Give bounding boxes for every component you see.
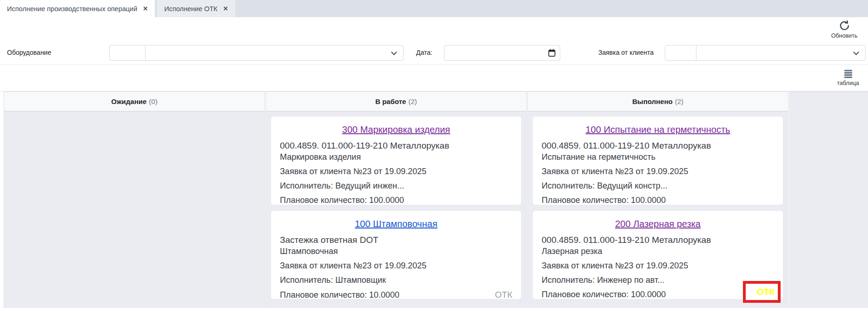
operation-card[interactable]: 200 Лазерная резка000.4859. 011.000-119-… [532,210,783,300]
column-title: Ожидание [111,98,146,105]
operation-link[interactable]: 100 Штамповочная [355,219,437,229]
card-operation: Маркировка изделия [280,152,512,162]
client-request-select[interactable] [696,46,865,60]
card-planned-quantity: Плановое количество: 100.0000 [542,290,666,300]
tab-label: Исполнение ОТК [164,5,218,13]
card-quantity-row: Плановое количество: 10.0000ОТК [280,290,512,300]
tab-production-operations[interactable]: Исполнение производственных операций ✕ [0,0,155,17]
card-client-request: Заявка от клиента №23 от 19.09.2025 [280,261,512,271]
column-body: 100 Испытание на герметичность000.4859. … [528,111,788,308]
card-quantity-row: Плановое количество: 100.0000 [542,196,774,205]
equipment-filter-control [109,45,404,61]
column-body: 300 Маркировка изделия000.4859. 011.000-… [266,111,526,308]
card-planned-quantity: Плановое количество: 100.0000 [542,196,666,205]
card-client-request: Заявка от клиента №23 от 19.09.2025 [542,261,774,271]
column-title: Выполнено [632,98,673,105]
view-toolbar: таблица [0,65,868,91]
kanban-board: Ожидание(0)В работе(2)300 Маркировка изд… [0,91,868,308]
equipment-filter-label: Оборудование [7,49,51,56]
card-executor: Исполнитель: Ведущий констр... [542,181,774,191]
date-filter-label: Дата: [416,49,432,56]
refresh-label: Обновить [827,33,861,39]
column-body [4,111,265,308]
date-input[interactable] [444,45,560,61]
operation-card[interactable]: 300 Маркировка изделия000.4859. 011.000-… [271,116,522,205]
operation-link[interactable]: 100 Испытание на герметичность [586,124,730,135]
column-header: Ожидание(0) [4,92,265,111]
client-request-filter-control [665,45,866,61]
card-planned-quantity: Плановое количество: 100.0000 [280,196,404,205]
operation-card[interactable]: 100 ШтамповочнаяЗастежка ответная DOTШта… [271,210,522,300]
card-client-request: Заявка от клиента №23 от 19.09.2025 [542,167,774,176]
otk-badge-highlighted[interactable]: ОТК [743,281,781,303]
card-operation: Лазерная резка [542,247,774,256]
card-operation: Испытание на герметичность [542,152,774,162]
card-title: 200 Лазерная резка [542,219,774,229]
card-quantity-row: Плановое количество: 100.0000 [542,290,774,300]
refresh-button[interactable]: Обновить [827,20,861,39]
operation-link[interactable]: 200 Лазерная резка [615,219,701,229]
column-title: В работе [375,98,406,105]
chevron-down-icon [853,49,859,55]
otk-badge[interactable]: ОТК [495,290,512,300]
card-planned-quantity: Плановое количество: 10.0000 [280,290,399,300]
column-header: Выполнено(2) [528,92,788,111]
card-executor: Исполнитель: Инженер по авт... [542,275,774,285]
operation-link[interactable]: 300 Маркировка изделия [342,124,450,135]
tab-label: Исполнение производственных операций [7,5,137,13]
card-client-request: Заявка от клиента №23 от 19.09.2025 [280,167,512,176]
table-label: таблица [834,80,862,86]
card-product: 000.4859. 011.000-119-210 Металлорукав [280,141,512,151]
card-title: 100 Испытание на герметичность [542,124,774,135]
column-count: (2) [408,98,417,105]
refresh-icon [827,20,861,32]
chevron-down-icon [391,49,397,55]
card-executor: Исполнитель: Ведущий инжен... [280,181,512,191]
operation-card[interactable]: 100 Испытание на герметичность000.4859. … [532,116,783,205]
client-request-filter-label: Заявка от клиента [598,49,654,56]
close-icon[interactable]: ✕ [223,6,228,12]
card-title: 300 Маркировка изделия [280,124,512,135]
card-product: 000.4859. 011.000-119-210 Металлорукав [542,235,774,245]
kanban-column: Выполнено(2)100 Испытание на герметичнос… [527,91,788,308]
tab-bar: Исполнение производственных операций ✕ И… [0,0,868,17]
card-product: Застежка ответная DOT [280,235,512,245]
column-count: (2) [675,98,683,105]
card-executor: Исполнитель: Штамповщик [280,275,512,285]
equipment-select[interactable] [146,46,403,60]
actions-row: Обновить [0,17,868,41]
table-icon [834,68,862,79]
column-header: В работе(2) [266,92,526,111]
board-empty-area [789,91,868,308]
card-title: 100 Штамповочная [280,219,512,229]
card-product: 000.4859. 011.000-119-210 Металлорукав [542,141,774,151]
table-view-button[interactable]: таблица [834,68,862,86]
close-icon[interactable]: ✕ [143,6,148,12]
card-quantity-row: Плановое количество: 100.0000 [280,196,512,205]
filter-row: Оборудование Дата: Заявка от клиента [0,41,868,65]
column-count: (0) [149,98,157,105]
equipment-code-input[interactable] [110,46,146,60]
kanban-column: В работе(2)300 Маркировка изделия000.485… [265,91,527,308]
kanban-column: Ожидание(0) [4,91,265,308]
tab-otk[interactable]: Исполнение ОТК ✕ [157,0,235,17]
client-request-code-input[interactable] [665,46,696,60]
card-operation: Штамповочная [280,247,512,256]
